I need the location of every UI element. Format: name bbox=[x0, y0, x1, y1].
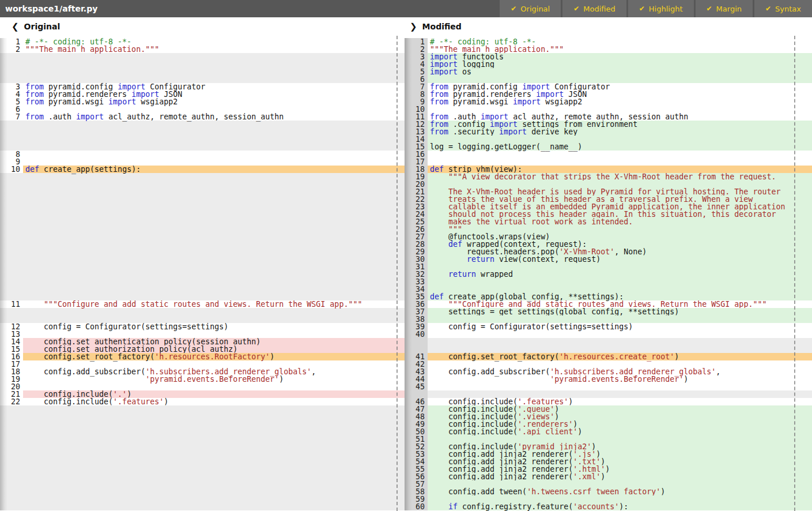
filler-row bbox=[0, 68, 405, 76]
code-text: return view(context, request) bbox=[428, 256, 812, 263]
check-icon: ✔ bbox=[639, 5, 645, 13]
code-text bbox=[23, 128, 405, 136]
check-icon: ✔ bbox=[573, 5, 579, 13]
code-row: 30 return view(context, request) bbox=[405, 256, 812, 263]
line-number bbox=[0, 428, 23, 435]
code-row: 25 makes the virtual root work as intend… bbox=[405, 218, 812, 226]
code-text: from .auth import acl_authz, remote_auth… bbox=[23, 113, 405, 121]
filler-row bbox=[0, 218, 405, 226]
line-number bbox=[0, 68, 23, 76]
code-text bbox=[23, 428, 405, 435]
code-text bbox=[23, 458, 405, 465]
code-text bbox=[23, 256, 405, 263]
line-number bbox=[0, 405, 23, 413]
filler-row bbox=[0, 203, 405, 211]
code-text: import os bbox=[428, 68, 812, 76]
line-number: 22 bbox=[0, 398, 23, 405]
toggle-label: Modified bbox=[583, 5, 615, 13]
toggle-modified-button[interactable]: ✔ Modified bbox=[562, 0, 626, 17]
code-text: config = Configurator(settings=settings) bbox=[428, 323, 812, 330]
line-number bbox=[0, 465, 23, 473]
code-row: 9from pyramid.wsgi import wsgiapp2 bbox=[405, 98, 812, 106]
code-text bbox=[23, 488, 405, 495]
code-text: config.add_tween('h.tweens.csrf_tween_fa… bbox=[428, 488, 812, 495]
code-text: if config.registry.feature('accounts'): bbox=[428, 503, 812, 510]
code-text bbox=[23, 188, 405, 196]
line-number bbox=[0, 211, 23, 218]
filler-row bbox=[0, 270, 405, 278]
chevron-right-icon[interactable]: ❯ bbox=[410, 21, 417, 32]
code-text bbox=[428, 330, 812, 338]
code-row: 7from .auth import acl_authz, remote_aut… bbox=[0, 113, 405, 121]
line-number bbox=[0, 188, 23, 196]
line-number bbox=[0, 285, 23, 293]
line-number bbox=[0, 420, 23, 428]
code-text: 'pyramid.events.BeforeRender') bbox=[23, 375, 405, 383]
code-text: from pyramid.wsgi import wsgiapp2 bbox=[23, 98, 405, 106]
code-row: 15log = logging.getLogger(__name__) bbox=[405, 143, 812, 151]
code-text bbox=[428, 338, 812, 345]
code-row: 22 config.include('.features') bbox=[0, 398, 405, 405]
line-number bbox=[0, 61, 23, 68]
line-number bbox=[0, 121, 23, 128]
code-row: 50 config.include('.api_client') bbox=[405, 428, 812, 435]
line-number bbox=[0, 233, 23, 241]
line-number bbox=[0, 308, 23, 315]
panel-headers: ❮ Original ❯ Modified bbox=[0, 17, 812, 36]
code-text: import logging bbox=[428, 61, 812, 68]
filler-row bbox=[0, 211, 405, 218]
filler-row bbox=[0, 241, 405, 248]
code-row: 13from .security import derive_key bbox=[405, 128, 812, 136]
code-text bbox=[23, 196, 405, 203]
filler-row bbox=[0, 428, 405, 435]
code-text bbox=[23, 226, 405, 233]
code-text: makes the virtual root work as intended. bbox=[428, 218, 812, 226]
line-number bbox=[0, 435, 23, 443]
filler-row bbox=[0, 488, 405, 495]
code-text bbox=[23, 495, 405, 503]
chevron-left-icon[interactable]: ❮ bbox=[12, 21, 19, 32]
modified-code-pane[interactable]: 1# -*- coding: utf-8 -*-2"""The main h a… bbox=[405, 36, 812, 511]
line-number bbox=[0, 480, 23, 488]
code-text bbox=[23, 420, 405, 428]
diff-area: 1# -*- coding: utf-8 -*-2"""The main h a… bbox=[0, 36, 812, 511]
code-text bbox=[23, 218, 405, 226]
toggle-highlight-button[interactable]: ✔ Highlight bbox=[628, 0, 694, 17]
code-text: config.set_root_factory('h.resources.cre… bbox=[428, 353, 812, 360]
margin-line-original bbox=[396, 36, 398, 511]
filler-row bbox=[0, 121, 405, 128]
code-text: config.set_root_factory('h.resources.Roo… bbox=[23, 353, 405, 360]
code-row: 37 settings = get_settings(global_config… bbox=[405, 308, 812, 315]
code-text bbox=[23, 68, 405, 76]
filler-row bbox=[0, 443, 405, 450]
line-number bbox=[0, 263, 23, 270]
toggle-original-button[interactable]: ✔ Original bbox=[500, 0, 561, 17]
filler-row bbox=[0, 226, 405, 233]
line-number bbox=[0, 270, 23, 278]
code-row: 40 bbox=[405, 330, 812, 338]
code-row: 11 """Configure and add static routes an… bbox=[0, 300, 405, 308]
code-text bbox=[23, 61, 405, 68]
original-code-pane[interactable]: 1# -*- coding: utf-8 -*-2"""The main h a… bbox=[0, 36, 405, 511]
check-icon: ✔ bbox=[765, 5, 771, 13]
toggle-margin-button[interactable]: ✔ Margin bbox=[696, 0, 753, 17]
code-text: return wrapped bbox=[428, 270, 812, 278]
filler-row bbox=[0, 196, 405, 203]
code-text: settings = get_settings(global_config, *… bbox=[428, 308, 812, 315]
code-text: config.include('.features') bbox=[23, 398, 405, 405]
filler-row bbox=[0, 458, 405, 465]
code-row: 58 config.add_tween('h.tweens.csrf_tween… bbox=[405, 488, 812, 495]
code-text bbox=[23, 435, 405, 443]
filler-row bbox=[0, 233, 405, 241]
filler-row bbox=[0, 405, 405, 413]
code-row: 19 """A view decorator that strips the X… bbox=[405, 173, 812, 181]
toggle-syntax-button[interactable]: ✔ Syntax bbox=[754, 0, 812, 17]
line-number bbox=[0, 53, 23, 61]
code-text bbox=[23, 413, 405, 420]
filler-row bbox=[0, 143, 405, 151]
code-text bbox=[23, 308, 405, 315]
code-text: """A view decorator that strips the X-Vh… bbox=[428, 173, 812, 181]
line-number: 45 bbox=[405, 383, 428, 390]
code-row: 12 config = Configurator(settings=settin… bbox=[0, 323, 405, 330]
line-number: 10 bbox=[0, 166, 23, 173]
